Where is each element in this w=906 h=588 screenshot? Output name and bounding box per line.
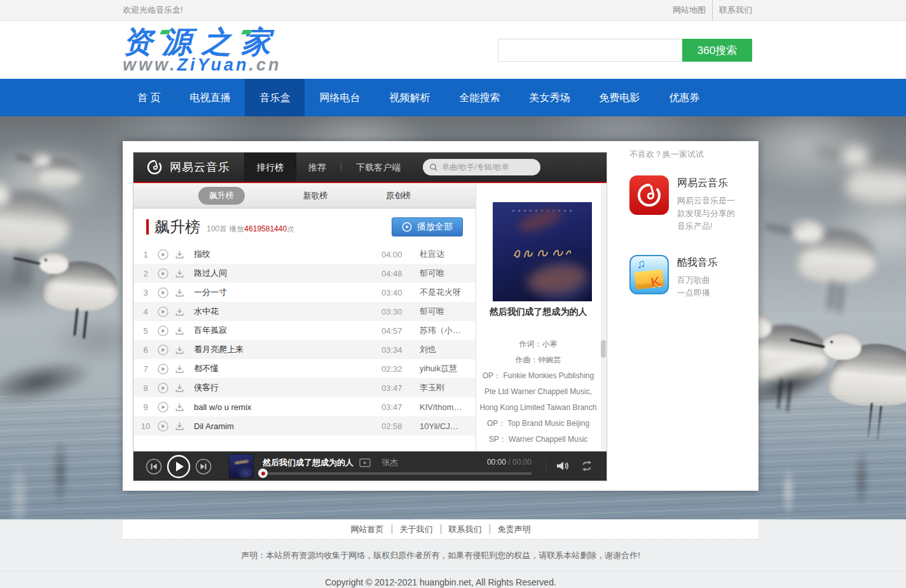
site-search-button[interactable]: 360搜索 bbox=[682, 39, 752, 62]
play-song-icon[interactable] bbox=[158, 306, 168, 317]
song-title[interactable]: 路过人间 bbox=[194, 268, 381, 279]
app-name[interactable]: 网易云音乐 bbox=[677, 177, 741, 190]
play-song-icon[interactable] bbox=[158, 268, 168, 279]
credit-line: Hong Kong Limited Taiwan Branch bbox=[476, 400, 600, 416]
song-title[interactable]: 侠客行 bbox=[194, 382, 381, 393]
detail-scrollbar-track[interactable] bbox=[601, 183, 606, 451]
subtab-soaring[interactable]: 飙升榜 bbox=[198, 187, 245, 205]
progress-knob[interactable] bbox=[258, 468, 268, 478]
song-artist[interactable]: 李玉刚 bbox=[420, 382, 476, 393]
play-song-icon[interactable] bbox=[158, 345, 168, 355]
nav-item-home[interactable]: 首 页 bbox=[123, 79, 175, 116]
progress-bar[interactable] bbox=[260, 472, 532, 475]
song-title[interactable]: 百年孤寂 bbox=[194, 325, 381, 336]
download-song-icon[interactable] bbox=[174, 268, 185, 279]
song-title[interactable]: 都不懂 bbox=[194, 363, 381, 374]
app-name[interactable]: 酷我音乐 bbox=[677, 256, 741, 270]
download-song-icon[interactable] bbox=[174, 421, 185, 432]
play-song-icon[interactable] bbox=[158, 325, 168, 336]
repeat-icon[interactable] bbox=[580, 460, 594, 472]
song-row[interactable]: 4 水中花 03:30 郁可唯 bbox=[134, 302, 476, 321]
play-song-icon[interactable] bbox=[158, 287, 168, 298]
nav-item-omni-search[interactable]: 全能搜索 bbox=[444, 79, 514, 116]
subtab-original[interactable]: 原创榜 bbox=[386, 190, 411, 202]
copyright-section: Copyright © 2012-2021 huangbin.net, All … bbox=[0, 571, 906, 587]
song-title[interactable]: ball w/o u remix bbox=[194, 402, 381, 412]
song-artist[interactable]: 苏玮（小… bbox=[420, 325, 476, 336]
player-search-input[interactable] bbox=[442, 163, 534, 172]
song-row[interactable]: 8 侠客行 03:47 李玉刚 bbox=[134, 378, 476, 397]
song-title[interactable]: 指纹 bbox=[194, 249, 381, 260]
app-link-netease[interactable]: 网易云音乐 网易云音乐是一款发现与分享的音乐产品! bbox=[629, 175, 753, 233]
song-row[interactable]: 6 看月亮爬上来 03:34 刘也 bbox=[134, 340, 476, 359]
nav-item-coupon[interactable]: 优惠券 bbox=[654, 79, 714, 116]
time-total: 00:00 bbox=[512, 458, 532, 467]
detail-scrollbar-thumb[interactable] bbox=[601, 340, 606, 358]
download-song-icon[interactable] bbox=[174, 345, 185, 355]
song-row[interactable]: 10 Dil Aramim 02:58 10Yil/CJ… bbox=[134, 416, 476, 435]
song-artist[interactable]: 郁可唯 bbox=[420, 306, 476, 317]
play-song-icon[interactable] bbox=[158, 383, 168, 393]
download-song-icon[interactable] bbox=[174, 287, 185, 298]
download-song-icon[interactable] bbox=[174, 364, 185, 374]
subtab-new-songs[interactable]: 新歌榜 bbox=[303, 190, 327, 202]
play-song-icon[interactable] bbox=[158, 249, 168, 260]
download-song-icon[interactable] bbox=[174, 402, 185, 413]
song-row[interactable]: 5 百年孤寂 04:57 苏玮（小… bbox=[134, 321, 476, 340]
song-artist[interactable]: 郁可唯 bbox=[420, 268, 476, 279]
song-artist[interactable]: KIV/thom… bbox=[420, 402, 476, 412]
now-playing-title: 然后我们成了想成为的人 bbox=[476, 306, 600, 318]
time-current: 00:00 bbox=[487, 458, 506, 467]
footer-link-disclaimer[interactable]: 免责声明 bbox=[490, 524, 539, 534]
bird-silhouette bbox=[0, 191, 70, 252]
netease-brand[interactable]: 网易云音乐 bbox=[134, 158, 244, 177]
download-song-icon[interactable] bbox=[174, 383, 185, 393]
play-song-icon[interactable] bbox=[158, 402, 168, 413]
song-artist[interactable]: yihuik苡慧 bbox=[420, 363, 476, 374]
site-logo[interactable]: 资源之家 www.ZiYuan.cn bbox=[123, 26, 282, 73]
song-row[interactable]: 7 都不懂 02:32 yihuik苡慧 bbox=[134, 359, 476, 378]
song-row[interactable]: 9 ball w/o u remix 03:47 KIV/thom… bbox=[134, 397, 476, 416]
nav-item-free-movie[interactable]: 免费电影 bbox=[584, 79, 654, 116]
tab-recommend[interactable]: 推荐 bbox=[296, 153, 338, 182]
song-title[interactable]: 水中花 bbox=[194, 306, 381, 317]
play-all-button[interactable]: 播放全部 bbox=[392, 217, 463, 236]
mv-icon[interactable] bbox=[359, 458, 371, 467]
sitemap-link[interactable]: 网站地图 bbox=[666, 0, 712, 20]
download-song-icon[interactable] bbox=[174, 325, 185, 336]
now-playing-artist[interactable]: 张杰 bbox=[381, 457, 398, 468]
song-title[interactable]: 一分一寸 bbox=[194, 287, 381, 298]
song-artist[interactable]: 10Yil/CJ… bbox=[420, 421, 476, 431]
song-row[interactable]: 1 指纹 04:00 杜宣达 bbox=[134, 245, 476, 264]
song-row[interactable]: 3 一分一寸 03:40 不是花火呀 bbox=[134, 283, 476, 302]
play-song-icon[interactable] bbox=[158, 421, 168, 432]
play-button[interactable] bbox=[167, 455, 191, 479]
welcome-text: 欢迎光临音乐盒! bbox=[123, 0, 183, 20]
volume-icon[interactable] bbox=[556, 460, 570, 472]
song-title[interactable]: Dil Aramim bbox=[194, 421, 381, 431]
contact-link[interactable]: 联系我们 bbox=[712, 0, 758, 20]
footer-link-contact[interactable]: 联系我们 bbox=[441, 524, 490, 534]
site-search-input[interactable] bbox=[498, 39, 682, 62]
now-playing-thumbnail[interactable] bbox=[229, 454, 254, 479]
previous-track-button[interactable] bbox=[146, 458, 162, 475]
play-song-icon[interactable] bbox=[158, 364, 168, 374]
song-artist[interactable]: 刘也 bbox=[420, 344, 476, 355]
next-track-button[interactable] bbox=[195, 458, 212, 475]
nav-item-beauty-show[interactable]: 美女秀场 bbox=[514, 79, 584, 116]
nav-item-video-parse[interactable]: 视频解析 bbox=[374, 79, 444, 116]
nav-item-music-box[interactable]: 音乐盒 bbox=[245, 79, 305, 116]
footer-link-home[interactable]: 网站首页 bbox=[343, 524, 392, 534]
tab-download-client[interactable]: 下载客户端 bbox=[344, 153, 413, 182]
song-title[interactable]: 看月亮爬上来 bbox=[194, 344, 381, 355]
song-artist[interactable]: 杜宣达 bbox=[420, 249, 476, 260]
footer-link-about[interactable]: 关于我们 bbox=[392, 524, 441, 534]
app-link-kuwo[interactable]: ♫ K 酷我音乐 百万歌曲 一点即播 bbox=[629, 255, 753, 299]
song-row[interactable]: 2 路过人间 04:48 郁可唯 bbox=[134, 264, 476, 283]
tab-ranking[interactable]: 排行榜 bbox=[244, 153, 296, 182]
download-song-icon[interactable] bbox=[174, 249, 185, 260]
song-artist[interactable]: 不是花火呀 bbox=[420, 287, 476, 298]
download-song-icon[interactable] bbox=[174, 306, 185, 317]
nav-item-tv-live[interactable]: 电视直播 bbox=[175, 79, 245, 116]
nav-item-web-radio[interactable]: 网络电台 bbox=[305, 79, 374, 116]
